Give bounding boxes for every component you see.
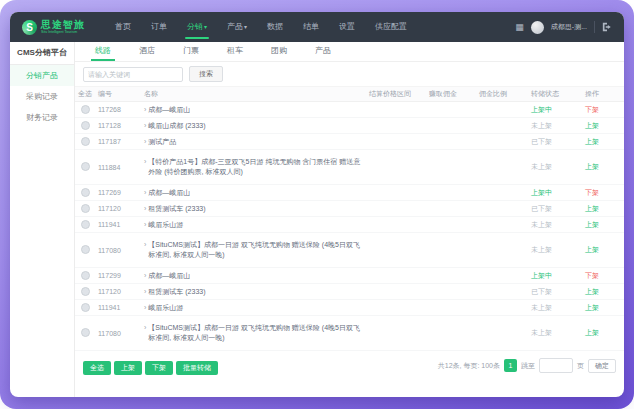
- row-checkbox[interactable]: [81, 121, 90, 130]
- row-action-unpublish[interactable]: 下架: [582, 271, 624, 281]
- tab-租车[interactable]: 租车: [213, 42, 257, 61]
- expand-chevron-icon[interactable]: ›: [144, 271, 146, 281]
- top-nav: 首页订单分销▾产品▾数据结单设置供应配置: [105, 12, 417, 42]
- sidebar-item-采购记录[interactable]: 采购记录: [10, 86, 74, 107]
- tab-产品[interactable]: 产品: [301, 42, 345, 61]
- product-name-text[interactable]: 租赁测试车 (2333): [148, 287, 205, 297]
- product-name-text[interactable]: 成都—峨眉山: [148, 105, 190, 115]
- product-name-text[interactable]: 峨眉乐山游: [148, 220, 183, 230]
- avatar[interactable]: [531, 21, 544, 34]
- appbar-right: ▦ 成都思-测...: [515, 21, 612, 34]
- search-button[interactable]: 搜索: [189, 66, 223, 82]
- row-status: 上架中: [528, 105, 582, 115]
- column-header-佣金比例: 佣金比例: [476, 89, 528, 99]
- row-checkbox[interactable]: [81, 137, 90, 146]
- row-action-publish[interactable]: 上架: [582, 287, 624, 297]
- row-checkbox[interactable]: [81, 328, 90, 337]
- nav-item-订单[interactable]: 订单: [141, 12, 177, 42]
- table-row[interactable]: 117187›测试产品已下架上架: [75, 134, 624, 150]
- nav-item-结单[interactable]: 结单: [293, 12, 329, 42]
- product-name-text[interactable]: 峨眉山成都 (2333): [148, 121, 205, 131]
- product-name-text[interactable]: 【特价产品1号】成都-三亚双飞5日游 纯玩无购物 含门票住宿 赠送意外险 (特价…: [148, 157, 363, 177]
- expand-chevron-icon[interactable]: ›: [144, 240, 146, 250]
- nav-item-首页[interactable]: 首页: [105, 12, 141, 42]
- username[interactable]: 成都思-测...: [551, 22, 587, 32]
- table-row[interactable]: 117080›【SituCMS测试】成都一日游 双飞纯玩无购物 赠送保险 (4晚…: [75, 316, 624, 351]
- batch-action-row: 全选上架下架批量转储 共12条, 每页: 100条 1 跳至 页 确定: [75, 351, 624, 380]
- search-row: 搜索: [75, 62, 624, 87]
- page-1-button[interactable]: 1: [504, 359, 517, 372]
- row-action-unpublish[interactable]: 下架: [582, 188, 624, 198]
- column-header-操作: 操作: [582, 89, 624, 99]
- table-row[interactable]: 111941›峨眉乐山游未上架上架: [75, 300, 624, 316]
- product-name-text[interactable]: 成都—峨眉山: [148, 271, 190, 281]
- expand-chevron-icon[interactable]: ›: [144, 303, 146, 313]
- row-checkbox[interactable]: [81, 105, 90, 114]
- table-row[interactable]: 117120›租赁测试车 (2333)已下架上架: [75, 284, 624, 300]
- row-checkbox[interactable]: [81, 220, 90, 229]
- sidebar-item-分销产品[interactable]: 分销产品: [10, 65, 74, 86]
- table-row[interactable]: 111884›【特价产品1号】成都-三亚双飞5日游 纯玩无购物 含门票住宿 赠送…: [75, 150, 624, 185]
- page-jump-input[interactable]: [539, 358, 573, 373]
- table-row[interactable]: 117080›【SituCMS测试】成都一日游 双飞纯玩无购物 赠送保险 (4晚…: [75, 233, 624, 268]
- product-name-text[interactable]: 租赁测试车 (2333): [148, 204, 205, 214]
- row-action-publish[interactable]: 上架: [582, 220, 624, 230]
- nav-item-产品[interactable]: 产品▾: [217, 12, 257, 42]
- expand-chevron-icon[interactable]: ›: [144, 105, 146, 115]
- sidebar-item-财务记录[interactable]: 财务记录: [10, 107, 74, 128]
- row-action-publish[interactable]: 上架: [582, 328, 624, 338]
- expand-chevron-icon[interactable]: ›: [144, 204, 146, 214]
- logout-icon[interactable]: [602, 22, 612, 32]
- apps-grid-icon[interactable]: ▦: [515, 22, 524, 32]
- expand-chevron-icon[interactable]: ›: [144, 287, 146, 297]
- batch-button-下架[interactable]: 下架: [145, 361, 173, 375]
- nav-item-分销[interactable]: 分销▾: [177, 12, 217, 42]
- row-action-unpublish[interactable]: 下架: [582, 105, 624, 115]
- expand-chevron-icon[interactable]: ›: [144, 323, 146, 333]
- expand-chevron-icon[interactable]: ›: [144, 157, 146, 167]
- row-action-publish[interactable]: 上架: [582, 162, 624, 172]
- row-action-publish[interactable]: 上架: [582, 303, 624, 313]
- product-name-text[interactable]: 测试产品: [148, 137, 176, 147]
- expand-chevron-icon[interactable]: ›: [144, 188, 146, 198]
- row-checkbox[interactable]: [81, 162, 90, 171]
- row-action-publish[interactable]: 上架: [582, 245, 624, 255]
- jump-label: 跳至: [521, 361, 535, 371]
- expand-chevron-icon[interactable]: ›: [144, 220, 146, 230]
- nav-item-数据[interactable]: 数据: [257, 12, 293, 42]
- product-name-text[interactable]: 【SituCMS测试】成都一日游 双飞纯玩无购物 赠送保险 (4晚5日双飞标准间…: [148, 323, 363, 343]
- table-row[interactable]: 117268›成都—峨眉山上架中下架: [75, 102, 624, 118]
- tab-门票[interactable]: 门票: [169, 42, 213, 61]
- row-action-publish[interactable]: 上架: [582, 121, 624, 131]
- row-checkbox[interactable]: [81, 287, 90, 296]
- row-checkbox[interactable]: [81, 204, 90, 213]
- row-action-publish[interactable]: 上架: [582, 204, 624, 214]
- table-row[interactable]: 117269›成都—峨眉山上架中下架: [75, 185, 624, 201]
- row-checkbox[interactable]: [81, 303, 90, 312]
- row-checkbox[interactable]: [81, 271, 90, 280]
- row-checkbox[interactable]: [81, 188, 90, 197]
- tab-酒店[interactable]: 酒店: [125, 42, 169, 61]
- batch-button-批量转储[interactable]: 批量转储: [176, 361, 218, 375]
- batch-button-上架[interactable]: 上架: [114, 361, 142, 375]
- batch-button-全选[interactable]: 全选: [83, 361, 111, 375]
- search-input[interactable]: [83, 67, 183, 82]
- row-checkbox[interactable]: [81, 245, 90, 254]
- table-row[interactable]: 117120›租赁测试车 (2333)已下架上架: [75, 201, 624, 217]
- row-action-publish[interactable]: 上架: [582, 137, 624, 147]
- table-row[interactable]: 117299›成都—峨眉山上架中下架: [75, 268, 624, 284]
- table-row[interactable]: 111941›峨眉乐山游未上架上架: [75, 217, 624, 233]
- table-row[interactable]: 117128›峨眉山成都 (2333)未上架上架: [75, 118, 624, 134]
- product-name-text[interactable]: 峨眉乐山游: [148, 303, 183, 313]
- product-name-text[interactable]: 【SituCMS测试】成都一日游 双飞纯玩无购物 赠送保险 (4晚5日双飞标准间…: [148, 240, 363, 260]
- tab-线路[interactable]: 线路: [81, 42, 125, 61]
- nav-item-设置[interactable]: 设置: [329, 12, 365, 42]
- expand-chevron-icon[interactable]: ›: [144, 137, 146, 147]
- nav-item-供应配置[interactable]: 供应配置: [365, 12, 417, 42]
- product-name-text[interactable]: 成都—峨眉山: [148, 188, 190, 198]
- tab-团购[interactable]: 团购: [257, 42, 301, 61]
- page-confirm-button[interactable]: 确定: [588, 359, 616, 373]
- product-name: ›成都—峨眉山: [144, 105, 363, 115]
- expand-chevron-icon[interactable]: ›: [144, 121, 146, 131]
- row-id: 117269: [95, 189, 141, 196]
